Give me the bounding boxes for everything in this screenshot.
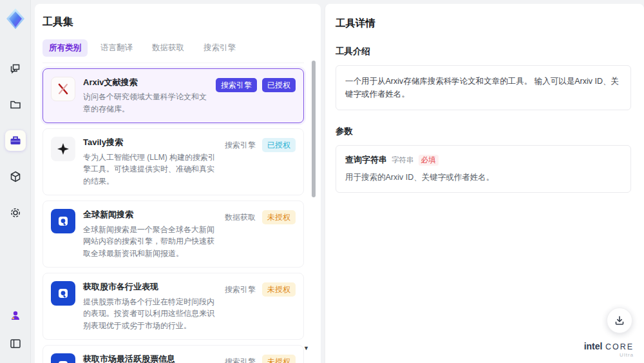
category-badge: 搜索引擎 [223,355,257,363]
tool-name: Tavily搜索 [83,137,216,148]
tool-card-text: 获取股市各行业表现 提供股票市场各个行业在特定时间段内的表现。投资者可以利用这些… [83,281,216,331]
left-rail [0,0,31,363]
tool-description: 访问各个研究领域大量科学论文和文章的存储库。 [83,91,208,115]
tool-name: 全球新闻搜索 [83,209,216,221]
tool-badges: 搜索引擎 已授权 [223,137,296,152]
tool-card-text: Tavily搜索 专为人工智能代理 (LLM) 构建的搜索引擎工具。可快速提供实… [83,137,216,187]
tool-badges: 搜索引擎 未授权 [223,281,296,297]
tool-card[interactable]: 全球新闻搜索 全球新闻搜索是一个聚合全球各大新闻网站内容的搜索引擎，帮助用户快速… [43,201,304,268]
tool-intro-box: 一个用于从Arxiv存储库搜索科学论文和文章的工具。 输入可以是Arxiv ID… [336,65,631,110]
search-app-icon [51,281,75,306]
tool-description: 专为人工智能代理 (LLM) 构建的搜索引擎工具。可快速提供实时、准确和真实的结… [83,152,216,188]
tool-card[interactable]: Arxiv文献搜索 访问各个研究领域大量科学论文和文章的存储库。 搜索引擎 已授… [43,68,304,123]
scroll-down-icon[interactable]: ▼ [303,345,309,351]
auth-badge: 未授权 [262,210,296,224]
param-name: 查询字符串 [345,154,387,166]
package-icon[interactable] [5,166,26,187]
category-badge: 搜索引擎 [223,138,257,152]
rail-bottom [5,305,26,354]
gear-icon[interactable] [5,202,26,223]
tool-badges: 搜索引擎 已授权 [216,77,296,92]
param-description: 用于搜索的Arxiv ID、关键字或作者姓名。 [345,172,621,184]
chat-icon[interactable] [5,58,26,79]
intel-wordmark: intel [584,341,603,351]
tool-card[interactable]: 获取市场最活跃股票信息 提供当天交易量最高的股票列表。投资者可以利用这些信息来识… [43,345,304,363]
tool-card[interactable]: Tavily搜索 专为人工智能代理 (LLM) 构建的搜索引擎工具。可快速提供实… [43,128,304,195]
scrollbar-thumb[interactable] [312,61,316,197]
tool-list-panel: 工具集 所有类别 语言翻译 数据获取 搜索引擎 Arxiv文献搜索 访问各个研究… [35,4,321,363]
panel-toggle-icon[interactable] [5,333,26,354]
download-button[interactable] [607,308,632,333]
page-title: 工具集 [43,15,304,29]
user-avatar-icon[interactable] [5,305,26,326]
tool-card[interactable]: 获取股市各行业表现 提供股票市场各个行业在特定时间段内的表现。投资者可以利用这些… [43,273,304,340]
download-icon [614,315,625,326]
app-logo-icon[interactable] [5,8,26,30]
tool-card-text: 全球新闻搜索 全球新闻搜索是一个聚合全球各大新闻网站内容的搜索引擎，帮助用户快速… [83,209,216,259]
category-tabs: 所有类别 语言翻译 数据获取 搜索引擎 [43,39,304,63]
tool-card-text: 获取市场最活跃股票信息 提供当天交易量最高的股票列表。投资者可以利用这些信息来识… [83,353,216,363]
tool-badges: 数据获取 未授权 [223,209,296,224]
search-app-icon [51,353,75,363]
tool-intro-text: 一个用于从Arxiv存储库搜索科学论文和文章的工具。 输入可以是Arxiv ID… [345,77,619,99]
auth-badge: 已授权 [262,138,296,152]
toolbox-icon[interactable] [5,130,26,151]
list-scrollbar[interactable] [312,58,316,355]
arxiv-icon [51,77,75,101]
params-heading: 参数 [336,126,631,137]
auth-badge: 未授权 [262,282,296,297]
tool-badges: 搜索引擎 未授权 [223,353,296,363]
category-badge: 数据获取 [223,210,257,224]
detail-title: 工具详情 [336,17,631,30]
param-head: 查询字符串 字符串 必填 [345,154,621,166]
search-app-icon [51,209,75,233]
tab-all-categories[interactable]: 所有类别 [43,39,88,57]
rail-nav [5,58,26,223]
tool-detail-panel: 工具详情 工具介绍 一个用于从Arxiv存储库搜索科学论文和文章的工具。 输入可… [325,4,644,363]
tool-name: 获取市场最活跃股票信息 [83,353,216,363]
category-badge: 搜索引擎 [216,78,257,92]
tool-description: 提供股票市场各个行业在特定时间段内的表现。投资者可以利用这些信息来识别表现优于或… [83,296,216,332]
star-icon [51,137,75,161]
auth-badge: 未授权 [262,355,296,363]
param-required-badge: 必填 [419,155,439,166]
tab-search-engine[interactable]: 搜索引擎 [197,39,242,57]
tab-language-translation[interactable]: 语言翻译 [94,39,139,57]
auth-badge: 已授权 [262,78,296,92]
tool-name: Arxiv文献搜索 [83,77,208,88]
tab-data-fetching[interactable]: 数据获取 [146,39,191,57]
param-box: 查询字符串 字符串 必填 用于搜索的Arxiv ID、关键字或作者姓名。 [336,145,631,193]
tool-description: 全球新闻搜索是一个聚合全球各大新闻网站内容的搜索引擎，帮助用户快速获取全球最新资… [83,224,216,260]
tool-card-list: Arxiv文献搜索 访问各个研究领域大量科学论文和文章的存储库。 搜索引擎 已授… [43,68,304,363]
param-type: 字符串 [392,155,414,165]
core-wordmark: CORE [605,342,634,351]
category-badge: 搜索引擎 [223,282,257,297]
intro-heading: 工具介绍 [336,46,631,57]
ultra-wordmark: Ultra [584,353,634,358]
tool-name: 获取股市各行业表现 [83,281,216,293]
tool-card-text: Arxiv文献搜索 访问各个研究领域大量科学论文和文章的存储库。 [83,77,208,115]
folder-icon[interactable] [5,94,26,115]
intel-core-logo: intel CORE Ultra [584,341,634,358]
